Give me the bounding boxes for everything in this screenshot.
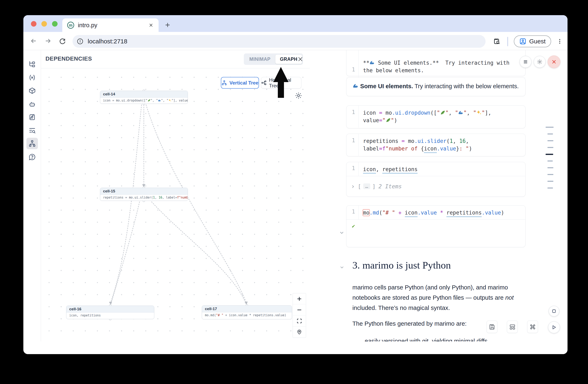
profile-button[interactable]: Guest — [514, 35, 551, 47]
browser-menu-icon[interactable] — [554, 36, 566, 47]
graph-node-cell-15[interactable]: cell-15 repetitions = mo.ui.slider(1, 16… — [100, 188, 188, 201]
collapsed-ellipsis[interactable]: … — [363, 183, 370, 189]
cell-menu-button[interactable] — [520, 56, 531, 68]
outline-dash[interactable] — [547, 167, 553, 168]
cell-settings-button[interactable] — [534, 56, 546, 68]
outline-rail[interactable] — [546, 127, 558, 192]
graph-settings-icon[interactable] — [294, 92, 302, 99]
panel-title: DEPENDENCIES — [45, 56, 92, 62]
cell-markdown-output[interactable]: Some UI elements. Try interacting with t… — [346, 77, 525, 96]
node-title: cell-17 — [202, 306, 292, 312]
center-view-button[interactable] — [293, 326, 306, 338]
node-code: icon = mo.ui.dropdown(["", "", ""], valu… — [100, 98, 188, 103]
tab-minimap[interactable]: MINIMAP — [245, 55, 275, 64]
graph-node-cell-17[interactable]: cell-17 mo.md("# " + icon.value * repeti… — [202, 306, 292, 319]
traffic-zoom-button[interactable] — [52, 21, 58, 27]
cell-code[interactable]: repetitions = mo.ui.slider(1, 16,label=f… — [358, 134, 525, 156]
toolbar-separator — [507, 37, 508, 46]
layout-toggle-button[interactable] — [507, 321, 518, 333]
marimo-app: DEPENDENCIES MINIMAP GRAPH — [23, 50, 567, 354]
marimo-favicon-icon: m — [67, 22, 74, 29]
horizontal-tree-label: Horizontal Tree — [269, 77, 301, 89]
outline-dash[interactable] — [546, 154, 553, 155]
section-collapse-chevron-icon[interactable] — [339, 265, 345, 270]
node-code: icon, repetitions — [66, 313, 154, 318]
horizontal-tree-button[interactable]: Horizontal Tree — [261, 77, 301, 89]
url-text: localhost:2718 — [88, 38, 127, 45]
fit-view-button[interactable] — [293, 315, 306, 326]
cell-code[interactable]: ** Some UI elements.** Try interacting w… — [358, 50, 525, 78]
expand-chevron-icon[interactable]: › — [351, 182, 355, 190]
outline-dash[interactable] — [547, 147, 553, 148]
traffic-minimize-button[interactable] — [42, 21, 47, 27]
line-number: 1 — [346, 137, 358, 143]
bracket-open: [ — [358, 183, 361, 190]
outline-dash[interactable] — [546, 127, 554, 128]
cell-dropdown-code[interactable]: 1 icon = mo.ui.dropdown(["", "", ""],val… — [346, 105, 525, 128]
items-count-label: 2 Items — [378, 183, 402, 190]
cell-code[interactable]: icon, repetitions — [358, 162, 525, 176]
run-button[interactable] — [548, 321, 560, 333]
outline-dash[interactable] — [547, 134, 553, 134]
cell-output-leaf — [346, 220, 525, 233]
keyboard-shortcuts-button[interactable] — [527, 321, 538, 333]
url-bar[interactable]: localhost:2718 — [73, 35, 485, 48]
sidebar-item-ai-bot[interactable] — [26, 99, 38, 110]
vertical-tree-label: Vertical Tree — [230, 80, 258, 86]
output-collapse-chevron-icon[interactable] — [339, 230, 345, 236]
new-tab-button[interactable] — [162, 19, 173, 31]
notebook-pane: 1 ** Some UI elements.** Try interacting… — [310, 50, 567, 341]
cell-slider-code[interactable]: 1 repetitions = mo.ui.slider(1, 16,label… — [346, 134, 525, 156]
outline-dash[interactable] — [547, 140, 553, 141]
cell-momd-code[interactable]: 1 mo.md("# " + icon.value * repetitions.… — [346, 205, 525, 247]
node-code: repetitions = mo.ui.slider(1, 16, label=… — [100, 195, 188, 200]
section-heading: 3. marimo is just Python — [352, 259, 451, 271]
graph-node-cell-14[interactable]: cell-14 icon = mo.ui.dropdown(["", "", "… — [100, 91, 188, 104]
sidebar-item-variables[interactable] — [26, 72, 38, 83]
line-number: 1 — [346, 209, 358, 215]
browser-window: m intro.py localhost:2718 Guest — [23, 15, 567, 354]
node-code: mo.md("# " + icon.value * repetitions.va… — [202, 312, 292, 318]
section-paragraph: marimo cells parse Python (and only Pyth… — [352, 282, 533, 313]
outline-dash[interactable] — [547, 181, 553, 182]
back-button[interactable] — [28, 35, 39, 47]
line-number: 1 — [346, 165, 358, 171]
shutdown-button[interactable] — [548, 56, 560, 68]
tab-search-icon[interactable] — [491, 36, 503, 47]
cell-output-collapsed[interactable]: › [ … ] 2 Items — [346, 176, 525, 196]
section-cut-line: easily versioned with git, yielding mini… — [365, 338, 545, 341]
reload-button[interactable] — [57, 35, 68, 47]
dependency-graph-canvas[interactable]: Vertical Tree Horizontal Tree cell-14 ic… — [41, 68, 310, 341]
view-segmented-control: MINIMAP GRAPH — [244, 53, 303, 65]
traffic-close-button[interactable] — [31, 21, 37, 27]
sidebar-item-logs-search[interactable] — [26, 125, 38, 136]
cell-tuple-code[interactable]: 1 icon, repetitions › [ … ] 2 Items — [346, 162, 525, 197]
zoom-out-button[interactable] — [293, 304, 306, 315]
node-title: cell-16 — [66, 306, 154, 313]
sidebar-item-dependency-graph[interactable] — [26, 138, 38, 149]
cell-code[interactable]: mo.md("# " + icon.value * repetitions.va… — [358, 206, 525, 219]
forward-button[interactable] — [42, 35, 54, 47]
cell-markdown-source[interactable]: 1 ** Some UI elements.** Try interacting… — [346, 50, 525, 76]
markdown-text: Some UI elements. Try interacting with t… — [346, 77, 525, 95]
panel-close-icon[interactable] — [296, 55, 304, 63]
stop-button[interactable] — [549, 306, 559, 316]
tab-close-icon[interactable] — [148, 22, 154, 28]
site-info-icon[interactable] — [77, 38, 84, 45]
sidebar-item-packages[interactable] — [26, 85, 38, 96]
browser-tab[interactable]: m intro.py — [62, 19, 159, 32]
graph-edges — [41, 68, 310, 341]
outline-dash[interactable] — [547, 160, 553, 161]
vertical-tree-button[interactable]: Vertical Tree — [221, 77, 259, 89]
sidebar-item-file-tree[interactable] — [26, 58, 38, 70]
save-button[interactable] — [487, 321, 497, 333]
sidebar-item-help[interactable] — [26, 151, 38, 163]
browser-tab-strip: m intro.py — [23, 15, 567, 32]
zoom-in-button[interactable] — [293, 293, 306, 304]
node-title: cell-15 — [100, 188, 188, 195]
cell-code[interactable]: icon = mo.ui.dropdown(["", "", ""],value… — [358, 106, 525, 128]
graph-node-cell-16[interactable]: cell-16 icon, repetitions — [66, 306, 154, 319]
sidebar-item-scratchpad[interactable] — [26, 111, 38, 123]
outline-dash[interactable] — [547, 174, 553, 175]
outline-dash[interactable] — [547, 188, 553, 189]
